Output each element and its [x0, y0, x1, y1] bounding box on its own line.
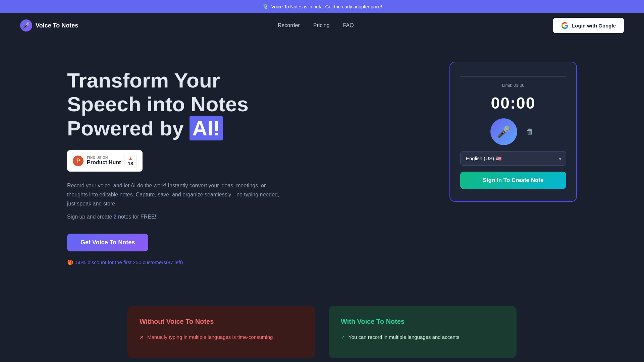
hero-section: Transform Your Speech into Notes Powered…: [0, 38, 644, 286]
navbar-logo-text: Voice To Notes: [36, 22, 78, 29]
with-check-icon: ✓: [341, 334, 345, 341]
ph-count: 18: [128, 161, 133, 166]
discount-badge: 🎁 50% discount for the first 250 custome…: [67, 259, 285, 265]
hero-left: Transform Your Speech into Notes Powered…: [67, 62, 285, 265]
google-icon: [561, 22, 569, 29]
ph-name: Product Hunt: [87, 160, 121, 166]
mic-button[interactable]: 🎤: [490, 118, 517, 145]
hero-title-highlight: AI!: [190, 116, 223, 140]
hero-signup-text: Sign up and create 2 notes for FREE!: [67, 212, 285, 221]
comparison-section: Without Voice To Notes ✕ Manually typing…: [0, 306, 644, 362]
language-select[interactable]: English (US) 🇺🇸 Spanish 🇪🇸 French 🇫🇷 Ger…: [460, 151, 566, 166]
with-title: With Voice To Notes: [341, 318, 504, 325]
mic-banner-icon: 🎙️: [262, 3, 269, 10]
navbar-logo: 🎤 Voice To Notes: [20, 19, 78, 32]
product-hunt-badge[interactable]: P FIND US ON Product Hunt ▲ 18: [67, 150, 143, 172]
ph-text-block: FIND US ON Product Hunt: [87, 156, 121, 166]
ph-find-us: FIND US ON: [87, 156, 121, 160]
without-title: Without Voice To Notes: [140, 318, 303, 325]
recorder-card: Limit: 01:00 00:00 🎤 🗑 English (US) 🇺🇸 S…: [449, 62, 577, 202]
hero-right: Limit: 01:00 00:00 🎤 🗑 English (US) 🇺🇸 S…: [449, 62, 577, 202]
hero-description: Record your voice, and let AI do the wor…: [67, 181, 285, 208]
gift-icon: 🎁: [67, 259, 73, 265]
delete-button[interactable]: 🗑: [524, 126, 536, 138]
top-banner: 🎙️ Voice To Notes is in beta. Get the ea…: [0, 0, 644, 13]
hero-free-count: 2: [114, 214, 117, 220]
nav-pricing[interactable]: Pricing: [313, 22, 330, 28]
nav-faq[interactable]: FAQ: [343, 22, 354, 28]
language-select-wrapper: English (US) 🇺🇸 Spanish 🇪🇸 French 🇫🇷 Ger…: [460, 151, 566, 166]
hero-title: Transform Your Speech into Notes Powered…: [67, 68, 285, 140]
login-button-label: Login with Google: [572, 23, 616, 28]
without-item-text: Manually typing in multiple languages is…: [147, 334, 273, 341]
without-card: Without Voice To Notes ✕ Manually typing…: [127, 306, 315, 359]
login-button[interactable]: Login with Google: [553, 18, 624, 33]
with-card: With Voice To Notes ✓ You can record in …: [329, 306, 517, 359]
ph-logo: P: [73, 156, 84, 166]
sign-in-button[interactable]: Sign In To Create Note: [460, 172, 566, 189]
timer-limit: Limit: 01:00: [502, 83, 524, 88]
navbar-nav: Recorder Pricing FAQ: [278, 22, 354, 28]
navbar: 🎤 Voice To Notes Recorder Pricing FAQ Lo…: [0, 13, 644, 38]
progress-bar-container: [460, 76, 566, 77]
without-item-1: ✕ Manually typing in multiple languages …: [140, 334, 303, 341]
without-x-icon: ✕: [140, 334, 144, 341]
nav-recorder[interactable]: Recorder: [278, 22, 300, 28]
logo-icon: 🎤: [20, 19, 32, 32]
ph-count-box: ▲ 18: [124, 154, 137, 168]
banner-text: Voice To Notes is in beta. Get the early…: [271, 4, 382, 9]
timer-display: 00:00: [491, 94, 536, 112]
with-item-1: ✓ You can record in multiple languages a…: [341, 334, 504, 341]
with-item-text: You can record in multiple languages and…: [348, 334, 460, 341]
cta-button[interactable]: Get Voice To Notes: [67, 234, 148, 251]
ph-arrow-icon: ▲: [128, 156, 133, 161]
mic-row: 🎤 🗑: [490, 118, 536, 145]
discount-text: 50% discount for the first 250 customers…: [76, 259, 183, 265]
